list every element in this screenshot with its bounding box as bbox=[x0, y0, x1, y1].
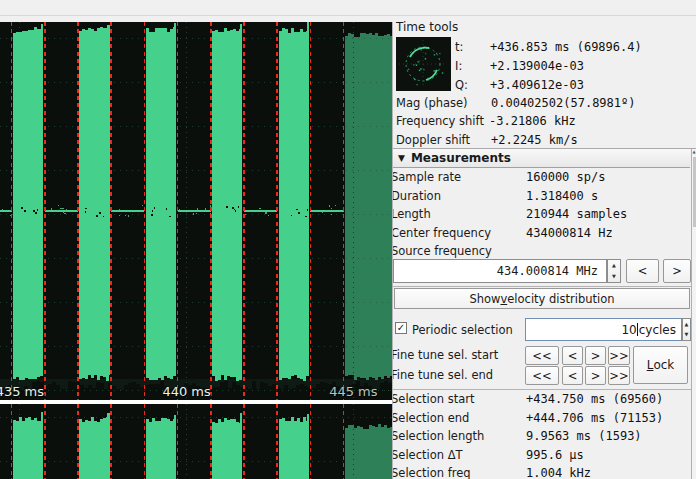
frequency-shift-label: Frequency shift bbox=[396, 114, 484, 128]
spin-up-icon[interactable]: ▲ bbox=[608, 260, 620, 271]
frequency-prev-button[interactable]: < bbox=[626, 259, 659, 283]
center-frequency-label: Center frequency bbox=[393, 226, 491, 240]
velocity-button-text: elocity distribution bbox=[507, 292, 614, 306]
cycles-suffix: cycles bbox=[639, 323, 676, 337]
length-value: 210944 samples bbox=[526, 207, 627, 221]
cursor-i-value: +2.139004e-03 bbox=[490, 59, 584, 73]
separator-line bbox=[393, 389, 691, 390]
frequency-next-button[interactable]: > bbox=[663, 259, 691, 283]
spin-down-icon[interactable]: ▼ bbox=[608, 271, 620, 282]
fine-end-fast-forward-button[interactable]: >> bbox=[608, 366, 630, 385]
source-frequency-label: Source frequency bbox=[393, 244, 492, 258]
velocity-button-accel: v bbox=[500, 292, 507, 306]
cursor-q-label: Q: bbox=[455, 78, 468, 92]
fine-start-forward-button[interactable]: > bbox=[585, 346, 606, 365]
separator-line bbox=[393, 286, 691, 287]
text-cursor bbox=[637, 323, 638, 336]
periodic-selection-checkbox[interactable]: ✓ bbox=[395, 322, 407, 334]
selection-length-value: 9.9563 ms (1593) bbox=[526, 429, 642, 443]
spin-up-icon[interactable]: ▲ bbox=[683, 319, 690, 330]
sample-rate-label: Sample rate bbox=[393, 170, 461, 184]
checkmark-icon: ✓ bbox=[397, 323, 405, 333]
svg-text:435 ms: 435 ms bbox=[0, 384, 44, 399]
fine-tune-end-label: Fine tune sel. end bbox=[393, 368, 493, 382]
spin-down-icon[interactable]: ▼ bbox=[683, 330, 690, 341]
fine-start-fast-back-button[interactable]: << bbox=[525, 346, 559, 365]
selection-freq-value: 1.004 kHz bbox=[526, 466, 591, 479]
selection-end-label: Selection end bbox=[393, 411, 469, 425]
svg-text:440 ms: 440 ms bbox=[162, 384, 211, 399]
selection-end-value: +444.706 ms (71153) bbox=[526, 411, 663, 425]
cursor-i-label: I: bbox=[455, 59, 462, 73]
secondary-waveform[interactable] bbox=[0, 404, 392, 479]
center-frequency-value: 434000814 Hz bbox=[526, 226, 613, 240]
mag-phase-label: Mag (phase) bbox=[396, 96, 468, 110]
fine-start-back-button[interactable]: < bbox=[562, 346, 583, 365]
measurements-header[interactable]: ▼ Measurements bbox=[393, 149, 690, 168]
measurements-header-label: Measurements bbox=[411, 151, 511, 165]
time-window: 435 ms435 ms440 ms440 ms445 ms445 ms Tim… bbox=[0, 0, 696, 479]
show-velocity-distribution-button[interactable]: Show velocity distribution bbox=[394, 288, 690, 309]
panel-scrollbar[interactable]: ▲ bbox=[691, 149, 696, 479]
selection-length-label: Selection length bbox=[393, 429, 484, 443]
main-waveform[interactable]: 435 ms435 ms440 ms440 ms445 ms445 ms bbox=[0, 22, 392, 400]
frequency-spinner[interactable]: ▲ ▼ bbox=[607, 259, 621, 283]
frequency-shift-value: -3.21806 kHz bbox=[489, 114, 576, 128]
cursor-q-value: +3.409612e-03 bbox=[490, 78, 584, 92]
collapse-arrow-icon: ▼ bbox=[398, 153, 405, 163]
sample-rate-value: 160000 sp/s bbox=[526, 170, 605, 184]
duration-label: Duration bbox=[393, 189, 441, 203]
selection-start-value: +434.750 ms (69560) bbox=[526, 392, 663, 406]
fine-end-back-button[interactable]: < bbox=[562, 366, 583, 385]
time-tools-title: Time tools bbox=[396, 20, 458, 34]
lock-button[interactable]: Lock bbox=[633, 346, 688, 384]
cycles-input[interactable]: 10 cycles bbox=[525, 318, 682, 341]
selection-freq-label: Selection freq bbox=[393, 466, 471, 479]
scrollbar-thumb[interactable] bbox=[693, 157, 696, 227]
measurements-panel: Time tools t: +436.853 ms (69896.4) I: +… bbox=[393, 0, 696, 479]
periodic-selection-label: Periodic selection bbox=[412, 323, 513, 337]
doppler-shift-value: +2.2245 km/s bbox=[491, 133, 578, 147]
mag-phase-value: 0.00402502(57.8981º) bbox=[491, 96, 636, 110]
cycles-spinner[interactable]: ▲ ▼ bbox=[682, 318, 691, 341]
selection-delta-t-value: 995.6 µs bbox=[526, 448, 584, 462]
doppler-shift-label: Doppler shift bbox=[396, 133, 470, 147]
selection-delta-t-label: Selection ΔT bbox=[393, 448, 463, 462]
source-frequency-input[interactable]: 434.000814 MHz bbox=[393, 259, 607, 283]
fine-start-fast-forward-button[interactable]: >> bbox=[608, 346, 630, 365]
fine-tune-start-label: Fine tune sel. start bbox=[393, 348, 498, 362]
iq-constellation-icon bbox=[396, 37, 451, 91]
lock-button-text: ock bbox=[653, 358, 674, 372]
cursor-t-label: t: bbox=[455, 40, 463, 54]
scroll-up-icon[interactable]: ▲ bbox=[692, 149, 696, 155]
cycles-value: 10 bbox=[621, 323, 636, 337]
source-frequency-input-value: 434.000814 MHz bbox=[497, 264, 598, 278]
cursor-t-value: +436.853 ms (69896.4) bbox=[490, 40, 642, 54]
fine-end-fast-back-button[interactable]: << bbox=[525, 366, 559, 385]
lock-button-accel: L bbox=[647, 358, 654, 372]
selection-start-label: Selection start bbox=[393, 392, 474, 406]
velocity-button-text: Show bbox=[469, 292, 500, 306]
fine-end-forward-button[interactable]: > bbox=[585, 366, 606, 385]
length-label: Length bbox=[393, 207, 431, 221]
svg-text:445 ms: 445 ms bbox=[329, 384, 378, 399]
duration-value: 1.318400 s bbox=[526, 189, 598, 203]
